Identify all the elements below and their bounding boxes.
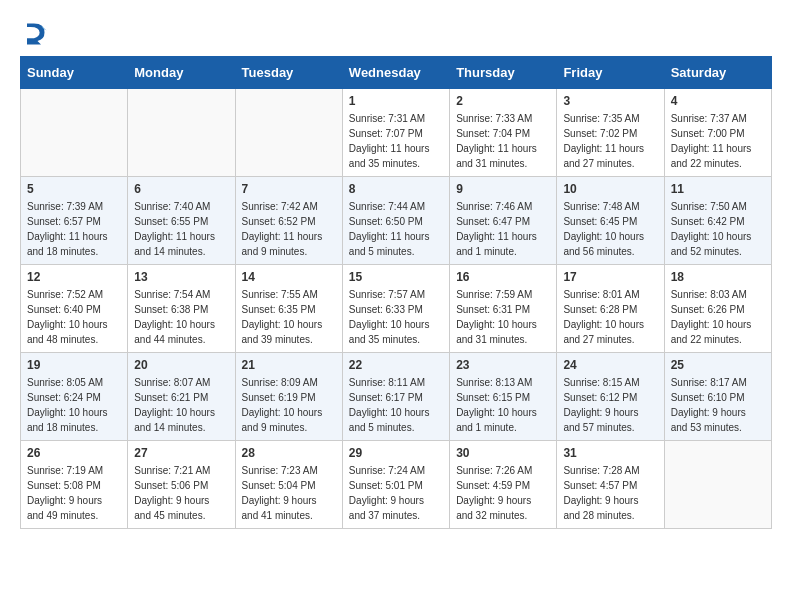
day-number: 3 [563,94,657,108]
calendar-cell [664,441,771,529]
calendar-cell: 7Sunrise: 7:42 AM Sunset: 6:52 PM Daylig… [235,177,342,265]
calendar-cell: 20Sunrise: 8:07 AM Sunset: 6:21 PM Dayli… [128,353,235,441]
day-info: Sunrise: 8:17 AM Sunset: 6:10 PM Dayligh… [671,375,765,435]
calendar-header-sunday: Sunday [21,57,128,89]
day-number: 30 [456,446,550,460]
calendar-header-wednesday: Wednesday [342,57,449,89]
day-number: 13 [134,270,228,284]
calendar-cell: 8Sunrise: 7:44 AM Sunset: 6:50 PM Daylig… [342,177,449,265]
calendar-cell: 18Sunrise: 8:03 AM Sunset: 6:26 PM Dayli… [664,265,771,353]
calendar-cell: 5Sunrise: 7:39 AM Sunset: 6:57 PM Daylig… [21,177,128,265]
day-info: Sunrise: 7:48 AM Sunset: 6:45 PM Dayligh… [563,199,657,259]
calendar-cell: 11Sunrise: 7:50 AM Sunset: 6:42 PM Dayli… [664,177,771,265]
calendar-cell: 24Sunrise: 8:15 AM Sunset: 6:12 PM Dayli… [557,353,664,441]
day-number: 27 [134,446,228,460]
day-number: 25 [671,358,765,372]
day-info: Sunrise: 7:33 AM Sunset: 7:04 PM Dayligh… [456,111,550,171]
calendar-cell: 14Sunrise: 7:55 AM Sunset: 6:35 PM Dayli… [235,265,342,353]
day-number: 29 [349,446,443,460]
calendar-cell: 27Sunrise: 7:21 AM Sunset: 5:06 PM Dayli… [128,441,235,529]
calendar-cell: 17Sunrise: 8:01 AM Sunset: 6:28 PM Dayli… [557,265,664,353]
calendar-cell: 26Sunrise: 7:19 AM Sunset: 5:08 PM Dayli… [21,441,128,529]
calendar-cell: 9Sunrise: 7:46 AM Sunset: 6:47 PM Daylig… [450,177,557,265]
day-info: Sunrise: 7:59 AM Sunset: 6:31 PM Dayligh… [456,287,550,347]
day-info: Sunrise: 7:50 AM Sunset: 6:42 PM Dayligh… [671,199,765,259]
page-header [20,20,772,48]
day-number: 17 [563,270,657,284]
calendar-cell: 15Sunrise: 7:57 AM Sunset: 6:33 PM Dayli… [342,265,449,353]
day-info: Sunrise: 8:13 AM Sunset: 6:15 PM Dayligh… [456,375,550,435]
day-number: 19 [27,358,121,372]
calendar-week-row: 26Sunrise: 7:19 AM Sunset: 5:08 PM Dayli… [21,441,772,529]
day-info: Sunrise: 8:11 AM Sunset: 6:17 PM Dayligh… [349,375,443,435]
calendar-cell: 2Sunrise: 7:33 AM Sunset: 7:04 PM Daylig… [450,89,557,177]
day-info: Sunrise: 7:42 AM Sunset: 6:52 PM Dayligh… [242,199,336,259]
calendar-cell: 29Sunrise: 7:24 AM Sunset: 5:01 PM Dayli… [342,441,449,529]
calendar-cell [21,89,128,177]
logo [20,20,52,48]
calendar-cell: 1Sunrise: 7:31 AM Sunset: 7:07 PM Daylig… [342,89,449,177]
day-number: 7 [242,182,336,196]
logo-icon [20,20,48,48]
calendar-header-tuesday: Tuesday [235,57,342,89]
day-info: Sunrise: 8:01 AM Sunset: 6:28 PM Dayligh… [563,287,657,347]
calendar-cell: 25Sunrise: 8:17 AM Sunset: 6:10 PM Dayli… [664,353,771,441]
day-number: 23 [456,358,550,372]
calendar-cell: 12Sunrise: 7:52 AM Sunset: 6:40 PM Dayli… [21,265,128,353]
day-number: 28 [242,446,336,460]
calendar-cell [235,89,342,177]
day-info: Sunrise: 8:15 AM Sunset: 6:12 PM Dayligh… [563,375,657,435]
day-number: 9 [456,182,550,196]
day-info: Sunrise: 7:46 AM Sunset: 6:47 PM Dayligh… [456,199,550,259]
day-info: Sunrise: 7:57 AM Sunset: 6:33 PM Dayligh… [349,287,443,347]
day-info: Sunrise: 7:55 AM Sunset: 6:35 PM Dayligh… [242,287,336,347]
day-number: 2 [456,94,550,108]
calendar-table: SundayMondayTuesdayWednesdayThursdayFrid… [20,56,772,529]
day-info: Sunrise: 8:09 AM Sunset: 6:19 PM Dayligh… [242,375,336,435]
calendar-week-row: 1Sunrise: 7:31 AM Sunset: 7:07 PM Daylig… [21,89,772,177]
day-info: Sunrise: 7:21 AM Sunset: 5:06 PM Dayligh… [134,463,228,523]
calendar-cell: 22Sunrise: 8:11 AM Sunset: 6:17 PM Dayli… [342,353,449,441]
day-number: 1 [349,94,443,108]
day-number: 18 [671,270,765,284]
day-info: Sunrise: 7:28 AM Sunset: 4:57 PM Dayligh… [563,463,657,523]
calendar-header-monday: Monday [128,57,235,89]
day-number: 24 [563,358,657,372]
calendar-cell: 28Sunrise: 7:23 AM Sunset: 5:04 PM Dayli… [235,441,342,529]
day-info: Sunrise: 7:54 AM Sunset: 6:38 PM Dayligh… [134,287,228,347]
day-number: 6 [134,182,228,196]
calendar-cell: 19Sunrise: 8:05 AM Sunset: 6:24 PM Dayli… [21,353,128,441]
day-number: 14 [242,270,336,284]
day-number: 31 [563,446,657,460]
day-info: Sunrise: 7:35 AM Sunset: 7:02 PM Dayligh… [563,111,657,171]
day-number: 20 [134,358,228,372]
day-info: Sunrise: 7:37 AM Sunset: 7:00 PM Dayligh… [671,111,765,171]
calendar-cell: 10Sunrise: 7:48 AM Sunset: 6:45 PM Dayli… [557,177,664,265]
day-number: 22 [349,358,443,372]
day-number: 10 [563,182,657,196]
day-number: 4 [671,94,765,108]
calendar-cell: 21Sunrise: 8:09 AM Sunset: 6:19 PM Dayli… [235,353,342,441]
day-number: 11 [671,182,765,196]
calendar-cell: 6Sunrise: 7:40 AM Sunset: 6:55 PM Daylig… [128,177,235,265]
calendar-header-thursday: Thursday [450,57,557,89]
day-number: 12 [27,270,121,284]
day-info: Sunrise: 8:07 AM Sunset: 6:21 PM Dayligh… [134,375,228,435]
day-info: Sunrise: 7:19 AM Sunset: 5:08 PM Dayligh… [27,463,121,523]
calendar-header-row: SundayMondayTuesdayWednesdayThursdayFrid… [21,57,772,89]
calendar-cell: 30Sunrise: 7:26 AM Sunset: 4:59 PM Dayli… [450,441,557,529]
day-info: Sunrise: 7:26 AM Sunset: 4:59 PM Dayligh… [456,463,550,523]
calendar-cell: 16Sunrise: 7:59 AM Sunset: 6:31 PM Dayli… [450,265,557,353]
calendar-cell: 3Sunrise: 7:35 AM Sunset: 7:02 PM Daylig… [557,89,664,177]
day-info: Sunrise: 7:24 AM Sunset: 5:01 PM Dayligh… [349,463,443,523]
day-number: 15 [349,270,443,284]
day-info: Sunrise: 8:05 AM Sunset: 6:24 PM Dayligh… [27,375,121,435]
calendar-header-friday: Friday [557,57,664,89]
calendar-cell: 23Sunrise: 8:13 AM Sunset: 6:15 PM Dayli… [450,353,557,441]
day-info: Sunrise: 8:03 AM Sunset: 6:26 PM Dayligh… [671,287,765,347]
calendar-cell: 4Sunrise: 7:37 AM Sunset: 7:00 PM Daylig… [664,89,771,177]
day-number: 5 [27,182,121,196]
day-info: Sunrise: 7:39 AM Sunset: 6:57 PM Dayligh… [27,199,121,259]
calendar-cell: 31Sunrise: 7:28 AM Sunset: 4:57 PM Dayli… [557,441,664,529]
day-info: Sunrise: 7:31 AM Sunset: 7:07 PM Dayligh… [349,111,443,171]
